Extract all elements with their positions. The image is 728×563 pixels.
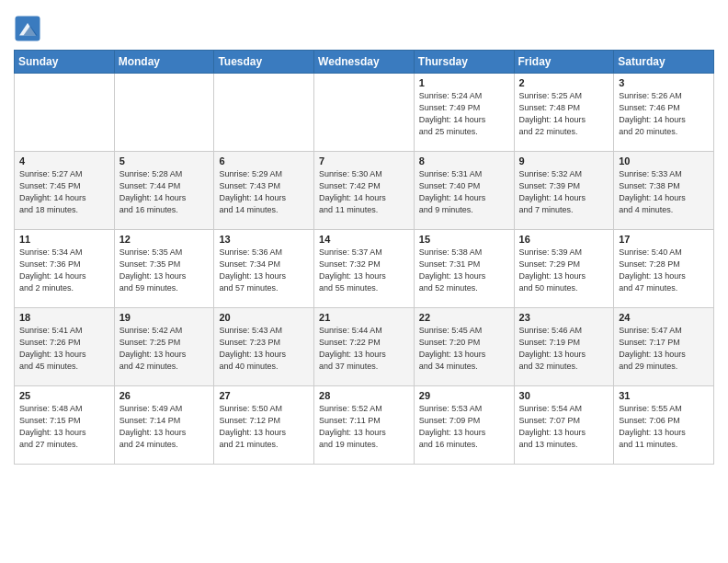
calendar-cell: 5Sunrise: 5:28 AM Sunset: 7:44 PM Daylig…	[114, 152, 214, 230]
day-of-week-header: Sunday	[15, 51, 115, 74]
day-info: Sunrise: 5:29 AM Sunset: 7:43 PM Dayligh…	[219, 168, 310, 216]
day-number: 14	[319, 234, 410, 245]
day-of-week-header: Saturday	[614, 51, 714, 74]
day-number: 7	[319, 155, 410, 167]
day-number: 31	[619, 390, 710, 401]
calendar-cell: 26Sunrise: 5:49 AM Sunset: 7:14 PM Dayli…	[114, 386, 214, 465]
page-header	[14, 9, 714, 42]
calendar-week-row: 4Sunrise: 5:27 AM Sunset: 7:45 PM Daylig…	[15, 152, 714, 230]
day-info: Sunrise: 5:39 AM Sunset: 7:29 PM Dayligh…	[519, 247, 610, 294]
calendar-cell: 10Sunrise: 5:33 AM Sunset: 7:38 PM Dayli…	[614, 152, 714, 230]
day-info: Sunrise: 5:32 AM Sunset: 7:39 PM Dayligh…	[519, 168, 610, 216]
day-info: Sunrise: 5:25 AM Sunset: 7:48 PM Dayligh…	[519, 90, 610, 138]
day-number: 26	[119, 390, 210, 401]
day-of-week-header: Tuesday	[214, 51, 314, 74]
day-number: 24	[619, 312, 710, 323]
calendar-cell	[214, 74, 314, 152]
day-number: 8	[419, 155, 510, 167]
day-info: Sunrise: 5:47 AM Sunset: 7:17 PM Dayligh…	[619, 325, 710, 373]
day-of-week-header: Monday	[114, 51, 214, 74]
day-number: 16	[519, 234, 610, 245]
calendar-cell: 2Sunrise: 5:25 AM Sunset: 7:48 PM Daylig…	[514, 74, 614, 152]
day-info: Sunrise: 5:44 AM Sunset: 7:22 PM Dayligh…	[319, 325, 410, 373]
calendar-table: SundayMondayTuesdayWednesdayThursdayFrid…	[14, 50, 714, 465]
day-number: 19	[119, 312, 210, 323]
calendar-cell: 21Sunrise: 5:44 AM Sunset: 7:22 PM Dayli…	[314, 308, 415, 386]
calendar-cell	[114, 74, 214, 152]
day-number: 6	[219, 155, 310, 167]
day-number: 18	[19, 312, 110, 323]
calendar-cell: 30Sunrise: 5:54 AM Sunset: 7:07 PM Dayli…	[514, 386, 614, 465]
calendar-cell: 7Sunrise: 5:30 AM Sunset: 7:42 PM Daylig…	[314, 152, 415, 230]
calendar-cell	[314, 74, 415, 152]
day-number: 13	[219, 234, 310, 245]
day-number: 12	[119, 234, 210, 245]
calendar-cell: 6Sunrise: 5:29 AM Sunset: 7:43 PM Daylig…	[214, 152, 314, 230]
day-number: 11	[19, 234, 110, 245]
day-info: Sunrise: 5:53 AM Sunset: 7:09 PM Dayligh…	[419, 403, 510, 451]
day-info: Sunrise: 5:41 AM Sunset: 7:26 PM Dayligh…	[19, 325, 110, 373]
day-info: Sunrise: 5:36 AM Sunset: 7:34 PM Dayligh…	[219, 247, 310, 294]
day-info: Sunrise: 5:48 AM Sunset: 7:15 PM Dayligh…	[19, 403, 110, 451]
day-info: Sunrise: 5:49 AM Sunset: 7:14 PM Dayligh…	[119, 403, 210, 451]
day-number: 10	[619, 155, 710, 167]
day-info: Sunrise: 5:35 AM Sunset: 7:35 PM Dayligh…	[119, 247, 210, 294]
day-info: Sunrise: 5:26 AM Sunset: 7:46 PM Dayligh…	[619, 90, 710, 138]
calendar-cell: 1Sunrise: 5:24 AM Sunset: 7:49 PM Daylig…	[414, 74, 514, 152]
day-info: Sunrise: 5:40 AM Sunset: 7:28 PM Dayligh…	[619, 247, 710, 294]
calendar-cell: 14Sunrise: 5:37 AM Sunset: 7:32 PM Dayli…	[314, 230, 415, 308]
day-number: 30	[519, 390, 610, 401]
day-number: 22	[419, 312, 510, 323]
calendar-cell: 29Sunrise: 5:53 AM Sunset: 7:09 PM Dayli…	[414, 386, 514, 465]
logo	[14, 15, 43, 42]
day-of-week-header: Friday	[514, 51, 614, 74]
calendar-cell: 9Sunrise: 5:32 AM Sunset: 7:39 PM Daylig…	[514, 152, 614, 230]
day-info: Sunrise: 5:45 AM Sunset: 7:20 PM Dayligh…	[419, 325, 510, 373]
day-info: Sunrise: 5:55 AM Sunset: 7:06 PM Dayligh…	[619, 403, 710, 451]
day-number: 27	[219, 390, 310, 401]
calendar-cell: 22Sunrise: 5:45 AM Sunset: 7:20 PM Dayli…	[414, 308, 514, 386]
day-info: Sunrise: 5:27 AM Sunset: 7:45 PM Dayligh…	[19, 168, 110, 216]
logo-icon	[14, 15, 41, 42]
calendar-cell: 18Sunrise: 5:41 AM Sunset: 7:26 PM Dayli…	[15, 308, 115, 386]
day-info: Sunrise: 5:52 AM Sunset: 7:11 PM Dayligh…	[319, 403, 410, 451]
day-number: 28	[319, 390, 410, 401]
day-info: Sunrise: 5:50 AM Sunset: 7:12 PM Dayligh…	[219, 403, 310, 451]
calendar-week-row: 18Sunrise: 5:41 AM Sunset: 7:26 PM Dayli…	[15, 308, 714, 386]
calendar-cell: 31Sunrise: 5:55 AM Sunset: 7:06 PM Dayli…	[614, 386, 714, 465]
day-info: Sunrise: 5:37 AM Sunset: 7:32 PM Dayligh…	[319, 247, 410, 294]
calendar-cell: 20Sunrise: 5:43 AM Sunset: 7:23 PM Dayli…	[214, 308, 314, 386]
day-info: Sunrise: 5:24 AM Sunset: 7:49 PM Dayligh…	[419, 90, 510, 138]
calendar-cell: 25Sunrise: 5:48 AM Sunset: 7:15 PM Dayli…	[15, 386, 115, 465]
calendar-cell: 19Sunrise: 5:42 AM Sunset: 7:25 PM Dayli…	[114, 308, 214, 386]
day-number: 2	[519, 77, 610, 88]
day-info: Sunrise: 5:30 AM Sunset: 7:42 PM Dayligh…	[319, 168, 410, 216]
day-number: 9	[519, 155, 610, 167]
day-info: Sunrise: 5:38 AM Sunset: 7:31 PM Dayligh…	[419, 247, 510, 294]
calendar-cell: 8Sunrise: 5:31 AM Sunset: 7:40 PM Daylig…	[414, 152, 514, 230]
day-info: Sunrise: 5:31 AM Sunset: 7:40 PM Dayligh…	[419, 168, 510, 216]
calendar-week-row: 1Sunrise: 5:24 AM Sunset: 7:49 PM Daylig…	[15, 74, 714, 152]
day-number: 3	[619, 77, 710, 88]
calendar-cell: 27Sunrise: 5:50 AM Sunset: 7:12 PM Dayli…	[214, 386, 314, 465]
day-number: 17	[619, 234, 710, 245]
day-number: 21	[319, 312, 410, 323]
calendar-cell: 15Sunrise: 5:38 AM Sunset: 7:31 PM Dayli…	[414, 230, 514, 308]
calendar-week-row: 11Sunrise: 5:34 AM Sunset: 7:36 PM Dayli…	[15, 230, 714, 308]
day-number: 23	[519, 312, 610, 323]
calendar-header-row: SundayMondayTuesdayWednesdayThursdayFrid…	[15, 51, 714, 74]
calendar-week-row: 25Sunrise: 5:48 AM Sunset: 7:15 PM Dayli…	[15, 386, 714, 465]
calendar-cell: 17Sunrise: 5:40 AM Sunset: 7:28 PM Dayli…	[614, 230, 714, 308]
calendar-cell: 23Sunrise: 5:46 AM Sunset: 7:19 PM Dayli…	[514, 308, 614, 386]
calendar-cell: 24Sunrise: 5:47 AM Sunset: 7:17 PM Dayli…	[614, 308, 714, 386]
calendar-cell: 12Sunrise: 5:35 AM Sunset: 7:35 PM Dayli…	[114, 230, 214, 308]
calendar-cell: 28Sunrise: 5:52 AM Sunset: 7:11 PM Dayli…	[314, 386, 415, 465]
day-info: Sunrise: 5:54 AM Sunset: 7:07 PM Dayligh…	[519, 403, 610, 451]
calendar-cell: 4Sunrise: 5:27 AM Sunset: 7:45 PM Daylig…	[15, 152, 115, 230]
day-number: 1	[419, 77, 510, 88]
day-number: 4	[19, 155, 110, 167]
day-number: 20	[219, 312, 310, 323]
calendar-cell: 11Sunrise: 5:34 AM Sunset: 7:36 PM Dayli…	[15, 230, 115, 308]
day-info: Sunrise: 5:43 AM Sunset: 7:23 PM Dayligh…	[219, 325, 310, 373]
day-of-week-header: Wednesday	[314, 51, 415, 74]
